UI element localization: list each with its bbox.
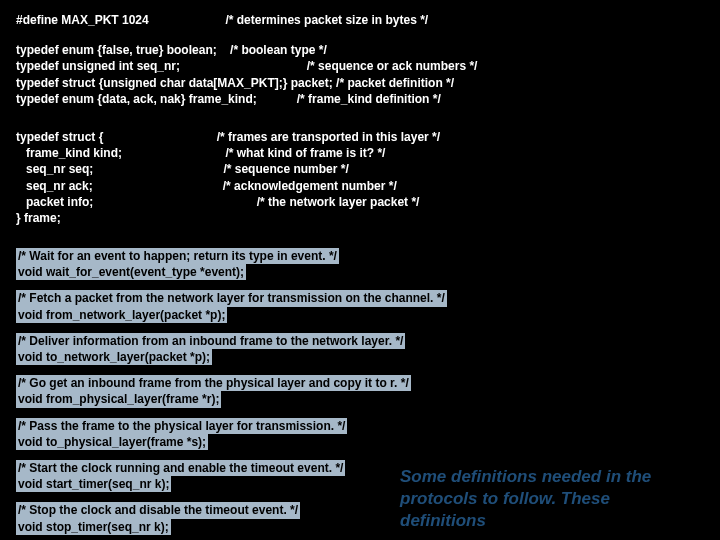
code-line: void to_physical_layer(frame *s);: [16, 434, 704, 450]
code-line: seq_nr ack; /* acknowledgement number */: [16, 178, 704, 194]
code-line: #define MAX_PKT 1024 /* determines packe…: [16, 12, 704, 28]
fn-block: /* Fetch a packet from the network layer…: [16, 290, 704, 322]
code-line: void wait_for_event(event_type *event);: [16, 264, 704, 280]
fn-block: /* Pass the frame to the physical layer …: [16, 418, 704, 450]
code-line: typedef struct { /* frames are transport…: [16, 129, 704, 145]
code-line: void to_network_layer(packet *p);: [16, 349, 704, 365]
typedef-block: typedef enum {false, true} boolean; /* b…: [16, 42, 704, 107]
define-block: #define MAX_PKT 1024 /* determines packe…: [16, 12, 704, 28]
fn-block: /* Wait for an event to happen; return i…: [16, 248, 704, 280]
code-line: typedef enum {data, ack, nak} frame_kind…: [16, 91, 704, 107]
code-comment: /* Deliver information from an inbound f…: [16, 333, 704, 349]
code-line: } frame;: [16, 210, 704, 226]
slide-note: Some definitions needed in the protocols…: [400, 466, 700, 532]
code-line: seq_nr seq; /* sequence number */: [16, 161, 704, 177]
fn-block: /* Deliver information from an inbound f…: [16, 333, 704, 365]
code-line: void from_physical_layer(frame *r);: [16, 391, 704, 407]
fn-block: /* Go get an inbound frame from the phys…: [16, 375, 704, 407]
code-line: frame_kind kind; /* what kind of frame i…: [16, 145, 704, 161]
code-comment: /* Pass the frame to the physical layer …: [16, 418, 704, 434]
code-line: typedef enum {false, true} boolean; /* b…: [16, 42, 704, 58]
struct-block: typedef struct { /* frames are transport…: [16, 129, 704, 226]
code-line: typedef struct {unsigned char data[MAX_P…: [16, 75, 704, 91]
code-line: packet info; /* the network layer packet…: [16, 194, 704, 210]
code-line: typedef unsigned int seq_nr; /* sequence…: [16, 58, 704, 74]
code-line: void from_network_layer(packet *p);: [16, 307, 704, 323]
code-comment: /* Wait for an event to happen; return i…: [16, 248, 704, 264]
code-comment: /* Fetch a packet from the network layer…: [16, 290, 704, 306]
code-comment: /* Go get an inbound frame from the phys…: [16, 375, 704, 391]
